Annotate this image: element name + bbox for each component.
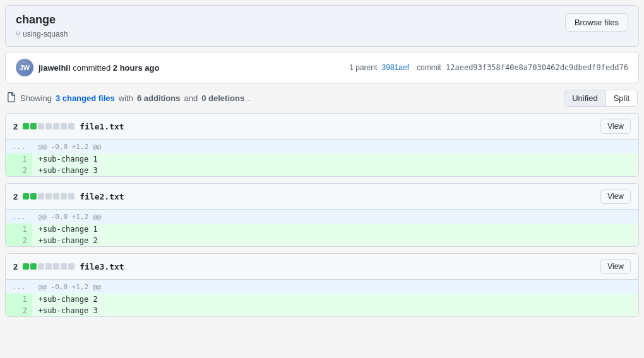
diff-line-0: 1 +sub-change 1	[6, 153, 638, 165]
file-diff-2: 2 file3.txt View ... @@ -0,0 +1,2 @@ 1 +…	[5, 253, 639, 317]
file-view-button[interactable]: View	[600, 259, 631, 274]
avatar: JW	[16, 59, 33, 76]
stat-block	[53, 263, 59, 270]
avatar-image: JW	[16, 59, 33, 76]
stat-block	[45, 263, 52, 270]
hunk-info: @@ -0,0 +1,2 @@	[32, 140, 638, 153]
line-content: +sub-change 3	[32, 305, 638, 316]
line-number: 2	[6, 165, 32, 176]
file-diffs-container: 2 file1.txt View ... @@ -0,0 +1,2 @@ 1 +…	[5, 113, 639, 317]
page-wrapper: change ⑂ using-squash Browse files JW ji…	[0, 0, 644, 328]
stat-block	[45, 193, 52, 200]
stat-block	[68, 123, 75, 129]
author-name[interactable]: jiaweihli	[39, 63, 71, 73]
hunk-header-row: ... @@ -0,0 +1,2 @@	[6, 210, 638, 224]
hunk-header-row: ... @@ -0,0 +1,2 @@	[6, 140, 638, 153]
line-content: +sub-change 1	[32, 224, 638, 235]
line-number: 1	[6, 224, 32, 235]
commit-hash: 12aeed93f358f40e8a7030462dc9dbedf9fedd76	[446, 63, 628, 72]
diff-table: ... @@ -0,0 +1,2 @@ 1 +sub-change 1 2 +s…	[6, 210, 638, 246]
line-content: +sub-change 2	[32, 235, 638, 246]
stat-block	[23, 263, 29, 270]
file-diff-header-left: 2 file3.txt	[13, 262, 124, 271]
browse-files-button[interactable]: Browse files	[565, 13, 628, 32]
stat-block	[23, 123, 29, 129]
commit-time: 2 hours ago	[113, 63, 160, 73]
line-content: +sub-change 3	[32, 165, 638, 176]
branch-icon: ⑂	[16, 30, 20, 39]
hunk-info: @@ -0,0 +1,2 @@	[32, 210, 638, 224]
file-name: file3.txt	[80, 262, 124, 271]
diff-line-0: 1 +sub-change 1	[6, 224, 638, 235]
file-diff-header-left: 2 file1.txt	[13, 122, 124, 131]
stat-block	[30, 193, 37, 200]
commit-action: committed	[73, 63, 110, 73]
hunk-line-num-empty: ...	[6, 210, 32, 224]
commit-header: change ⑂ using-squash Browse files	[5, 5, 639, 47]
commit-meta: JW jiaweihli committed 2 hours ago 1 par…	[5, 52, 639, 83]
parent-hash-link[interactable]: 3981aef	[382, 63, 409, 72]
stat-block	[68, 193, 75, 200]
line-number: 2	[6, 235, 32, 246]
file-name: file2.txt	[80, 192, 124, 201]
change-count: 2	[13, 192, 18, 201]
hunk-header-row: ... @@ -0,0 +1,2 @@	[6, 280, 638, 294]
file-diff-1: 2 file2.txt View ... @@ -0,0 +1,2 @@ 1 +…	[5, 183, 639, 247]
diff-table: ... @@ -0,0 +1,2 @@ 1 +sub-change 2 2 +s…	[6, 280, 638, 316]
diff-controls: Showing 3 changed files with 6 additions…	[5, 90, 639, 107]
view-toggle: Unified Split	[564, 90, 638, 107]
file-view-button[interactable]: View	[600, 189, 631, 204]
hunk-line-num-empty: ...	[6, 280, 32, 294]
stat-block	[61, 193, 67, 200]
file-view-button[interactable]: View	[600, 119, 631, 134]
commit-meta-right: 1 parent 3981aef commit 12aeed93f358f40e…	[349, 63, 628, 72]
hunk-info: @@ -0,0 +1,2 @@	[32, 280, 638, 294]
file-diff-header: 2 file2.txt View	[6, 184, 638, 210]
changed-files-link[interactable]: 3 changed files	[56, 93, 115, 103]
deletions-count: 0 deletions	[201, 93, 244, 103]
stat-block	[30, 123, 37, 129]
commit-meta-text: jiaweihli committed 2 hours ago	[39, 63, 344, 73]
commit-header-left: change ⑂ using-squash	[16, 13, 68, 39]
commit-info: commit 12aeed93f358f40e8a7030462dc9dbedf…	[417, 63, 628, 72]
file-name: file1.txt	[80, 122, 124, 131]
stat-block	[38, 193, 44, 200]
commit-title: change	[16, 13, 68, 27]
diff-table: ... @@ -0,0 +1,2 @@ 1 +sub-change 1 2 +s…	[6, 140, 638, 176]
stat-block	[53, 123, 59, 129]
stat-block	[53, 193, 59, 200]
diff-stat-blocks	[23, 123, 75, 129]
line-content: +sub-change 2	[32, 294, 638, 305]
diff-summary: Showing 3 changed files with 6 additions…	[6, 92, 251, 104]
line-number: 1	[6, 153, 32, 165]
stat-block	[61, 263, 67, 270]
split-view-button[interactable]: Split	[606, 90, 637, 106]
change-count: 2	[13, 262, 18, 271]
file-diff-header-left: 2 file2.txt	[13, 192, 124, 201]
stat-block	[45, 123, 52, 129]
diff-stat-blocks	[23, 263, 75, 270]
unified-view-button[interactable]: Unified	[564, 90, 605, 106]
additions-count: 6 additions	[137, 93, 181, 103]
file-diff-header: 2 file1.txt View	[6, 114, 638, 140]
branch-name: using-squash	[23, 30, 68, 39]
file-diff-0: 2 file1.txt View ... @@ -0,0 +1,2 @@ 1 +…	[5, 113, 639, 177]
stat-block	[38, 123, 44, 129]
change-count: 2	[13, 122, 18, 131]
file-diff-header: 2 file3.txt View	[6, 254, 638, 280]
diff-stat-blocks	[23, 193, 75, 200]
diff-summary-icon	[6, 92, 16, 104]
diff-line-0: 1 +sub-change 2	[6, 294, 638, 305]
diff-line-1: 2 +sub-change 3	[6, 305, 638, 316]
hunk-line-num-empty: ...	[6, 140, 32, 153]
line-number: 1	[6, 294, 32, 305]
stat-block	[61, 123, 67, 129]
branch-tag: ⑂ using-squash	[16, 30, 68, 39]
parent-info: 1 parent 3981aef	[349, 63, 409, 72]
line-content: +sub-change 1	[32, 153, 638, 165]
diff-line-1: 2 +sub-change 2	[6, 235, 638, 246]
line-number: 2	[6, 305, 32, 316]
stat-block	[23, 193, 29, 200]
stat-block	[30, 263, 37, 270]
stat-block	[38, 263, 44, 270]
